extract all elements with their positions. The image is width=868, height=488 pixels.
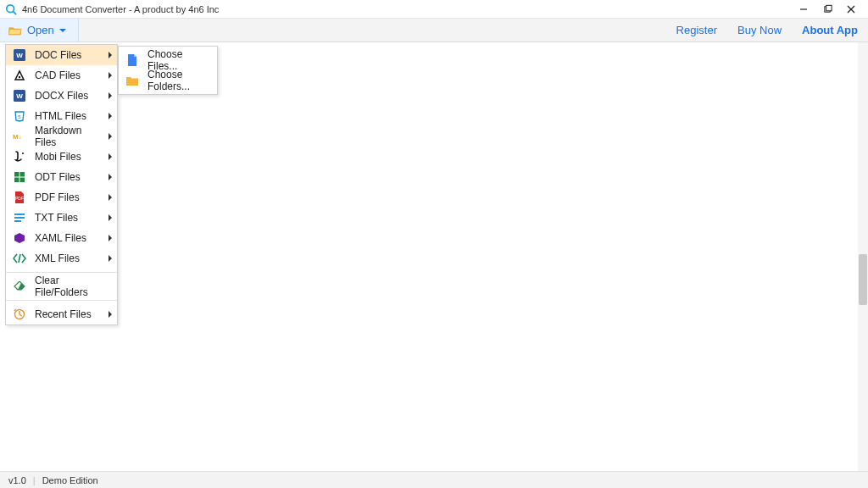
chevron-right-icon bbox=[108, 194, 112, 201]
menu-item-markdown-files[interactable]: M↓ Markdown Files bbox=[6, 126, 117, 147]
chevron-right-icon bbox=[108, 214, 112, 221]
chevron-right-icon bbox=[108, 235, 112, 241]
menu-item-label: HTML Files bbox=[35, 110, 100, 122]
chevron-right-icon bbox=[108, 153, 112, 160]
chevron-right-icon bbox=[108, 113, 112, 119]
svg-rect-15 bbox=[14, 172, 19, 177]
markdown-icon: M↓ bbox=[13, 130, 26, 143]
menu-item-xml-files[interactable]: XML Files bbox=[6, 248, 117, 269]
status-edition: Demo Edition bbox=[42, 475, 98, 485]
register-link[interactable]: Register bbox=[666, 19, 727, 42]
open-submenu: Choose Files... Choose Folders... bbox=[118, 46, 218, 95]
menu-item-label: Clear File/Folders bbox=[35, 274, 112, 298]
menu-item-label: XAML Files bbox=[35, 232, 100, 244]
svg-rect-18 bbox=[20, 178, 25, 183]
vertical-scrollbar[interactable] bbox=[858, 42, 868, 471]
svg-text:W: W bbox=[16, 52, 23, 59]
choose-files-item[interactable]: Choose Files... bbox=[119, 50, 217, 70]
menu-item-label: XML Files bbox=[35, 252, 100, 264]
open-button-label: Open bbox=[27, 24, 54, 36]
svg-point-14 bbox=[22, 152, 24, 154]
menu-item-label: Markdown Files bbox=[35, 125, 100, 148]
content-area bbox=[0, 42, 868, 471]
chevron-right-icon bbox=[108, 133, 112, 140]
caret-down-icon bbox=[59, 29, 66, 32]
choose-folders-label: Choose Folders... bbox=[147, 69, 212, 92]
chevron-right-icon bbox=[108, 52, 112, 58]
open-button[interactable]: Open bbox=[0, 19, 79, 42]
status-bar: v1.0 | Demo Edition bbox=[0, 471, 868, 488]
mobi-icon bbox=[13, 150, 26, 164]
folder-icon bbox=[125, 74, 139, 87]
menu-item-odt-files[interactable]: ODT Files bbox=[6, 167, 117, 187]
menu-item-mobi-files[interactable]: Mobi Files bbox=[6, 147, 117, 167]
maximize-button[interactable] bbox=[815, 2, 839, 17]
folder-open-icon bbox=[8, 25, 22, 36]
close-button[interactable] bbox=[839, 2, 863, 17]
title-bar: 4n6 Document Converter - A product by 4n… bbox=[0, 0, 868, 19]
svg-line-1 bbox=[14, 11, 17, 14]
svg-rect-17 bbox=[14, 178, 19, 183]
menu-item-txt-files[interactable]: TXT Files bbox=[6, 208, 117, 228]
menu-item-label: Recent Files bbox=[35, 308, 100, 320]
status-divider: | bbox=[33, 475, 36, 485]
svg-point-9 bbox=[19, 76, 20, 78]
file-icon bbox=[125, 53, 139, 67]
pdf-icon: PDF bbox=[13, 191, 26, 204]
xaml-icon bbox=[13, 231, 26, 245]
menu-item-label: DOC Files bbox=[35, 49, 100, 61]
chevron-right-icon bbox=[108, 174, 112, 180]
toolbar: Open Register Buy Now About App bbox=[0, 19, 868, 42]
menu-item-label: Mobi Files bbox=[35, 151, 100, 163]
menu-item-label: TXT Files bbox=[35, 212, 100, 224]
status-version: v1.0 bbox=[8, 475, 26, 485]
chevron-right-icon bbox=[108, 92, 112, 99]
minimize-button[interactable] bbox=[792, 2, 815, 17]
app-icon bbox=[5, 3, 17, 15]
menu-item-label: DOCX Files bbox=[35, 90, 100, 102]
chevron-right-icon bbox=[108, 311, 112, 318]
svg-text:W: W bbox=[16, 92, 23, 100]
choose-folders-item[interactable]: Choose Folders... bbox=[119, 70, 217, 91]
scrollbar-thumb[interactable] bbox=[859, 254, 867, 305]
menu-item-label: PDF Files bbox=[35, 191, 100, 203]
txt-icon bbox=[13, 211, 26, 225]
menu-item-xaml-files[interactable]: XAML Files bbox=[6, 228, 117, 248]
doc-icon: W bbox=[13, 48, 26, 62]
svg-text:5: 5 bbox=[18, 114, 21, 119]
xml-icon bbox=[13, 252, 26, 265]
svg-point-0 bbox=[7, 4, 14, 12]
menu-item-doc-files[interactable]: W DOC Files bbox=[6, 45, 117, 65]
svg-marker-23 bbox=[14, 233, 25, 243]
cad-icon bbox=[13, 69, 26, 82]
menu-item-label: CAD Files bbox=[35, 69, 100, 81]
svg-rect-16 bbox=[20, 172, 25, 177]
odt-icon bbox=[13, 170, 26, 184]
eraser-icon bbox=[13, 280, 26, 293]
menu-item-cad-files[interactable]: CAD Files bbox=[6, 65, 117, 86]
html-icon: 5 bbox=[13, 109, 26, 123]
menu-separator bbox=[6, 272, 117, 273]
menu-item-docx-files[interactable]: W DOCX Files bbox=[6, 86, 117, 106]
menu-separator bbox=[6, 300, 117, 301]
about-app-link[interactable]: About App bbox=[792, 19, 868, 42]
svg-text:M↓: M↓ bbox=[13, 133, 22, 141]
menu-item-pdf-files[interactable]: PDF PDF Files bbox=[6, 187, 117, 208]
window-title: 4n6 Document Converter - A product by 4n… bbox=[22, 4, 219, 14]
docx-icon: W bbox=[13, 89, 26, 103]
menu-item-clear[interactable]: Clear File/Folders bbox=[6, 276, 117, 297]
menu-item-recent[interactable]: Recent Files bbox=[6, 304, 117, 324]
chevron-right-icon bbox=[108, 255, 112, 262]
clock-icon bbox=[13, 308, 26, 321]
open-menu: W DOC Files CAD Files W DOCX Files 5 HTM… bbox=[5, 44, 118, 325]
svg-rect-4 bbox=[826, 5, 831, 10]
svg-text:PDF: PDF bbox=[15, 196, 24, 201]
svg-line-24 bbox=[19, 254, 20, 263]
menu-item-label: ODT Files bbox=[35, 171, 100, 183]
menu-item-html-files[interactable]: 5 HTML Files bbox=[6, 106, 117, 126]
buy-now-link[interactable]: Buy Now bbox=[727, 19, 792, 42]
chevron-right-icon bbox=[108, 72, 112, 79]
